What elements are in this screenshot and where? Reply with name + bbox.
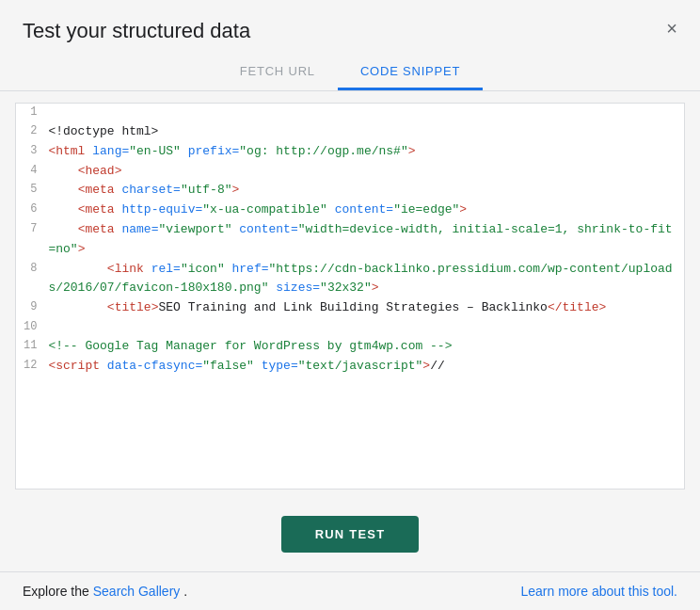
line-code [48, 318, 684, 337]
line-number: 1 [16, 104, 48, 122]
table-row: 4 <head> [16, 162, 684, 182]
close-button[interactable]: × [666, 19, 677, 38]
tabs-container: FETCH URL CODE SNIPPET [0, 43, 700, 90]
footer-left-suffix: . [183, 584, 187, 599]
line-code: <meta charset="utf-8"> [48, 181, 684, 201]
tab-divider [0, 90, 700, 91]
table-row: 8 <link rel="icon" href="https://cdn-bac… [16, 260, 684, 299]
line-number: 12 [16, 357, 48, 377]
line-number: 9 [16, 298, 48, 318]
table-row: 1 [16, 104, 684, 122]
line-code: <title>SEO Training and Link Building St… [48, 298, 684, 318]
table-row: 12<script data-cfasync="false" type="tex… [16, 357, 684, 377]
line-code: <!doctype html> [48, 122, 684, 142]
code-table: 12<!doctype html>3<html lang="en-US" pre… [16, 104, 684, 377]
line-number: 7 [16, 220, 48, 260]
line-code: <link rel="icon" href="https://cdn-backl… [48, 260, 684, 299]
line-code: <script data-cfasync="false" type="text/… [48, 357, 684, 377]
line-number: 4 [16, 162, 48, 182]
run-test-button[interactable]: RUN TEST [281, 516, 420, 553]
footer-left-text: Explore the [23, 584, 93, 599]
table-row: 5 <meta charset="utf-8"> [16, 181, 684, 201]
table-row: 10 [16, 318, 684, 337]
table-row: 3<html lang="en-US" prefix="og: http://o… [16, 142, 684, 162]
search-gallery-link[interactable]: Search Gallery [93, 584, 181, 599]
line-number: 2 [16, 122, 48, 142]
table-row: 2<!doctype html> [16, 122, 684, 142]
line-code: <head> [48, 162, 684, 182]
dialog-header: Test your structured data × [0, 0, 700, 43]
line-code: <!-- Google Tag Manager for WordPress by… [48, 337, 684, 357]
line-number: 6 [16, 201, 48, 220]
line-code: <meta name="viewport" content="width=dev… [48, 220, 684, 260]
table-row: 9 <title>SEO Training and Link Building … [16, 298, 684, 318]
table-row: 6 <meta http-equiv="x-ua-compatible" con… [16, 201, 684, 220]
code-editor[interactable]: 12<!doctype html>3<html lang="en-US" pre… [15, 103, 685, 490]
line-code: <meta http-equiv="x-ua-compatible" conte… [48, 201, 684, 220]
tab-fetch-url[interactable]: FETCH URL [217, 55, 338, 90]
footer-right: Learn more about this tool. [520, 584, 677, 599]
line-number: 11 [16, 337, 48, 357]
line-number: 3 [16, 142, 48, 162]
run-test-container: RUN TEST [0, 501, 700, 571]
line-number: 5 [16, 181, 48, 201]
line-number: 10 [16, 318, 48, 337]
dialog-title: Test your structured data [23, 19, 250, 43]
table-row: 7 <meta name="viewport" content="width=d… [16, 220, 684, 260]
table-row: 11<!-- Google Tag Manager for WordPress … [16, 337, 684, 357]
line-code: <html lang="en-US" prefix="og: http://og… [48, 142, 684, 162]
line-code [48, 104, 684, 122]
dialog-footer: Explore the Search Gallery . Learn more … [0, 571, 700, 610]
footer-left: Explore the Search Gallery . [23, 584, 187, 599]
tab-code-snippet[interactable]: CODE SNIPPET [338, 55, 483, 90]
dialog: Test your structured data × FETCH URL CO… [0, 0, 700, 610]
learn-more-link[interactable]: Learn more about this tool. [520, 584, 677, 599]
line-number: 8 [16, 260, 48, 299]
